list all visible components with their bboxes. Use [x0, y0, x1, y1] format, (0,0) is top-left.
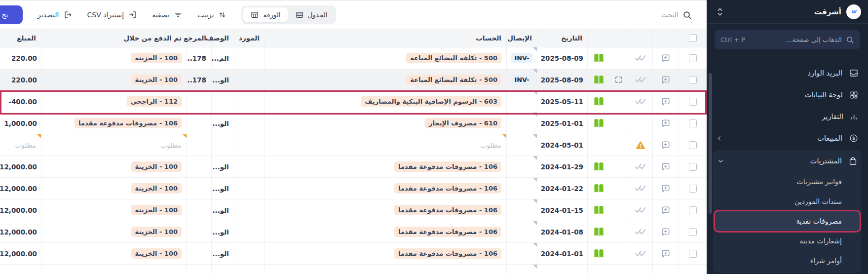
paid_through-tag[interactable]: 100 - الخزينة [131, 205, 182, 215]
cell-date[interactable]: 2025-08-09 [537, 47, 587, 69]
paid_through-tag[interactable]: 112 - الراجحى [127, 96, 182, 107]
cell-reference[interactable] [187, 178, 211, 199]
cell-account[interactable]: 106 - مصروفات مدفوعة مقدما [264, 221, 506, 242]
account-tag[interactable]: 610 - مصروف الإيجار [425, 118, 501, 128]
cell-reference[interactable] [187, 156, 211, 177]
paid_through-tag[interactable]: 100 - الخزينة [131, 183, 182, 194]
cell-vendor[interactable] [234, 243, 264, 264]
cell-reference[interactable]: 178... [187, 69, 211, 90]
account-tag[interactable]: 106 - مصروفات مدفوعة مقدما [394, 205, 501, 215]
sidebar-scrollbar-thumb[interactable] [709, 73, 712, 214]
import-csv-button[interactable]: إستيراد CSV [87, 10, 138, 19]
journal-book-icon[interactable] [593, 118, 604, 128]
cell-vendor[interactable] [234, 221, 264, 242]
cell-reference[interactable] [187, 243, 211, 264]
cell-reference[interactable]: 178... [187, 47, 211, 69]
cell-vendor[interactable] [234, 91, 264, 112]
table-row[interactable]: 2024-01-29106 - مصروفات مدفوعة مقدماالو.… [0, 156, 707, 178]
cell-receipt[interactable]: INV- [506, 69, 537, 90]
cell-reference[interactable] [187, 199, 211, 221]
cell-account[interactable] [264, 265, 506, 274]
cell-paid_through[interactable]: 106 - مصروفات مدفوعة مقدما [41, 113, 187, 134]
cell-description[interactable]: الو... [211, 156, 234, 177]
cell-date[interactable] [537, 265, 587, 274]
journal-book-icon[interactable] [593, 96, 604, 107]
expand-row-icon[interactable] [614, 76, 623, 84]
cell-vendor[interactable] [234, 113, 264, 134]
row-checkbox[interactable] [689, 163, 697, 171]
cell-vendor[interactable] [234, 265, 264, 274]
cell-reference[interactable] [187, 221, 211, 242]
cell-vendor[interactable] [234, 69, 264, 90]
sidebar-subitem-vendor-bills[interactable]: سندات الموردين [713, 192, 862, 211]
cell-vendor[interactable] [234, 47, 264, 69]
cell-account[interactable]: 610 - مصروف الإيجار [264, 113, 506, 134]
receipt-badge[interactable]: INV- [511, 53, 532, 63]
cell-description[interactable]: الو... [211, 178, 234, 199]
cell-receipt[interactable]: INV- [506, 47, 537, 69]
add-comment-icon[interactable] [661, 249, 671, 259]
select-all-checkbox[interactable] [689, 34, 697, 42]
account-tag[interactable]: 106 - مصروفات مدفوعة مقدما [394, 248, 501, 259]
cell-account[interactable]: 106 - مصروفات مدفوعة مقدما [264, 243, 506, 264]
table-row[interactable]: 2025-05-11603 - الرسوم الإضافية البنكية … [0, 91, 707, 113]
cell-vendor[interactable] [234, 199, 264, 221]
search-input[interactable] [624, 11, 679, 19]
column-header-paid_through[interactable]: تم الدفع من خلال [41, 29, 187, 47]
cell-amount[interactable]: 220.00 [0, 69, 41, 90]
row-checkbox[interactable] [689, 228, 697, 236]
cell-date[interactable]: 2025-05-11 [537, 91, 587, 112]
cell-description[interactable]: الو... [211, 113, 234, 134]
cell-description[interactable]: الو... [211, 199, 234, 221]
cell-account[interactable]: مطلوب [264, 134, 506, 156]
cell-amount[interactable]: 12,000.00 [0, 156, 41, 177]
cell-paid_through[interactable]: 100 - الخزينة [41, 47, 187, 69]
sidebar-subitem-debit-notes[interactable]: إشعارات مدينة [713, 231, 862, 251]
cell-date[interactable]: 2024-01-29 [537, 156, 587, 177]
cell-vendor[interactable] [234, 178, 264, 199]
column-header-account[interactable]: الحساب [264, 29, 506, 47]
row-checkbox[interactable] [689, 250, 697, 258]
view-toggle-table[interactable]: الجدول [288, 7, 335, 23]
cell-receipt[interactable] [506, 199, 537, 221]
cell-receipt[interactable] [506, 113, 537, 134]
row-checkbox[interactable] [689, 76, 697, 84]
column-header-receipt[interactable]: الإيصال [506, 29, 537, 47]
table-row[interactable] [0, 265, 707, 274]
add-comment-icon[interactable] [661, 184, 671, 194]
cell-date[interactable]: 2024-01-22 [537, 178, 587, 199]
cell-description[interactable]: الم... [211, 47, 234, 69]
journal-book-icon[interactable] [593, 248, 604, 259]
sidebar-item-dashboard[interactable]: لوحة البيانات [707, 84, 868, 106]
row-checkbox[interactable] [689, 185, 697, 193]
export-button[interactable]: التصدير [38, 10, 73, 19]
cell-receipt[interactable] [506, 134, 537, 156]
sidebar-item-reports[interactable]: التقارير [707, 106, 868, 127]
sidebar-item-sales[interactable]: $المبيعات [707, 127, 868, 149]
cell-description[interactable] [211, 134, 234, 156]
cell-vendor[interactable] [234, 156, 264, 177]
journal-book-icon[interactable] [593, 161, 604, 172]
cell-paid_through[interactable]: 100 - الخزينة [41, 69, 187, 90]
view-toggle-sheet[interactable]: الورقة [243, 7, 288, 23]
table-row[interactable]: 2024-01-15106 - مصروفات مدفوعة مقدماالو.… [0, 199, 707, 221]
account-tag[interactable]: 106 - مصروفات مدفوعة مقدما [394, 227, 501, 237]
account-tag[interactable]: 106 - مصروفات مدفوعة مقدما [394, 161, 501, 172]
table-row[interactable]: 2025-08-09INV-500 - تكلفة البضائع المباع… [0, 69, 707, 91]
cell-paid_through[interactable]: 100 - الخزينة [41, 221, 187, 242]
cell-receipt[interactable] [506, 91, 537, 112]
sidebar-subitem-purchase-invoices[interactable]: فواتير مشتريات [713, 172, 862, 192]
add-comment-icon[interactable] [661, 75, 671, 85]
cell-receipt[interactable] [506, 265, 537, 274]
sidebar-subitem-purchase-orders[interactable]: أوامر شراء [713, 251, 862, 271]
command-palette-box[interactable]: Ctrl + P [715, 30, 860, 49]
add-comment-icon[interactable] [661, 227, 671, 237]
cell-date[interactable]: 2024-01-01 [537, 243, 587, 264]
row-checkbox[interactable] [689, 119, 697, 127]
cell-account[interactable]: 106 - مصروفات مدفوعة مقدما [264, 178, 506, 199]
cell-account[interactable]: 500 - تكلفة البضائع المباعة [264, 69, 506, 90]
journal-book-icon[interactable] [593, 205, 604, 215]
cell-paid_through[interactable]: 100 - الخزينة [41, 199, 187, 221]
journal-book-icon[interactable] [593, 183, 604, 194]
column-header-date[interactable]: التاريخ [537, 29, 587, 47]
